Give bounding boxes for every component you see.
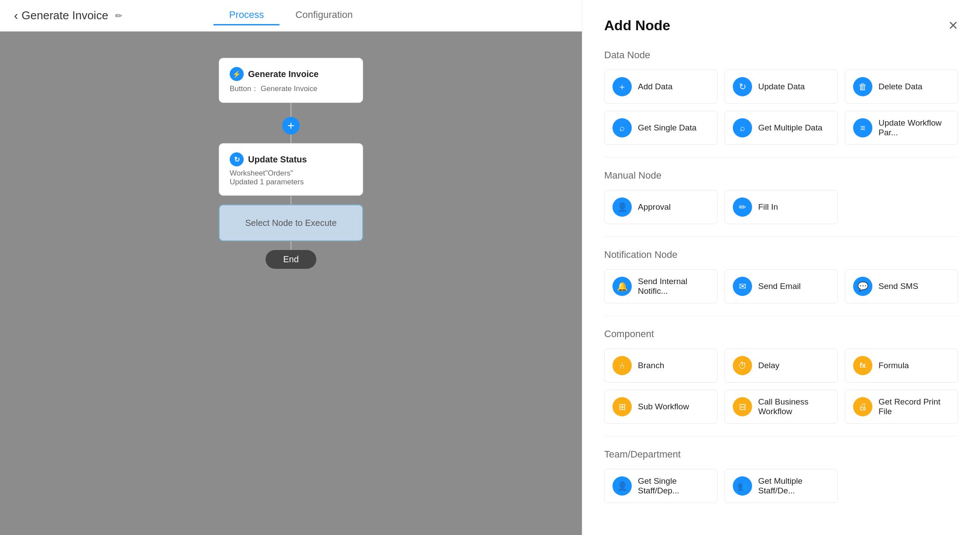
data-node-grid: ＋ Add Data ↻ Update Data 🗑 Delete Data ⌕… [604, 70, 958, 145]
fill-in-label: Fill In [758, 202, 778, 212]
get-single-staff-dep-button[interactable]: 👤 Get Single Staff/Dep... [604, 469, 718, 503]
call-business-workflow-button[interactable]: ⊟ Call Business Workflow [724, 390, 838, 424]
team-department-grid: 👤 Get Single Staff/Dep... 👥 Get Multiple… [604, 469, 958, 503]
delete-data-button[interactable]: 🗑 Delete Data [845, 70, 958, 104]
get-single-data-icon: ⌕ [612, 118, 632, 137]
delay-icon: ⏱ [733, 356, 752, 375]
sub-workflow-button[interactable]: ⊞ Sub Workflow [604, 390, 718, 424]
get-record-print-file-button[interactable]: 🖨 Get Record Print File [845, 390, 958, 424]
get-single-staff-dep-icon: 👤 [612, 476, 632, 496]
add-data-label: Add Data [638, 82, 672, 92]
connector-dot-1 [290, 134, 291, 143]
add-node-panel: Add Node ✕ Data Node ＋ Add Data ↻ Update… [582, 0, 980, 535]
end-button[interactable]: End [266, 250, 316, 269]
send-sms-label: Send SMS [878, 282, 918, 291]
approval-label: Approval [638, 202, 671, 212]
fill-in-button[interactable]: ✏ Fill In [724, 190, 838, 224]
divider-1 [604, 157, 958, 158]
team-department-title: Team/Department [604, 449, 958, 460]
fill-in-icon: ✏ [733, 197, 752, 217]
divider-4 [604, 436, 958, 436]
update-workflow-par-button[interactable]: ≡ Update Workflow Par... [845, 111, 958, 145]
update-workflow-par-label: Update Workflow Par... [878, 118, 950, 137]
back-button[interactable]: ‹ Generate Invoice ✏ [14, 9, 122, 23]
update-status-node[interactable]: ↻ Update Status Worksheet"Orders"Updated… [219, 143, 363, 196]
get-multiple-data-label: Get Multiple Data [758, 123, 822, 133]
update-data-icon: ↻ [733, 77, 752, 96]
formula-icon: fx [853, 356, 872, 375]
sub-workflow-label: Sub Workflow [638, 402, 689, 412]
send-email-button[interactable]: ✉ Send Email [724, 269, 838, 303]
send-email-label: Send Email [758, 282, 801, 291]
edit-icon[interactable]: ✏ [115, 11, 122, 21]
section-data-node: Data Node ＋ Add Data ↻ Update Data 🗑 Del… [604, 49, 958, 145]
send-email-icon: ✉ [733, 277, 752, 296]
manual-node-grid: 👤 Approval ✏ Fill In [604, 190, 958, 224]
formula-button[interactable]: fx Formula [845, 348, 958, 383]
component-title: Component [604, 328, 958, 340]
add-data-button[interactable]: ＋ Add Data [604, 70, 718, 104]
nav-tabs: Process Configuration [214, 6, 368, 25]
close-button[interactable]: ✕ [948, 18, 958, 33]
tab-process[interactable]: Process [214, 6, 280, 25]
page-title: Generate Invoice [21, 9, 108, 22]
connector-line-1 [290, 103, 291, 117]
section-notification-node: Notification Node 🔔 Send Internal Notifi… [604, 249, 958, 303]
call-business-workflow-label: Call Business Workflow [758, 397, 830, 416]
update-workflow-par-icon: ≡ [853, 118, 872, 137]
get-single-data-button[interactable]: ⌕ Get Single Data [604, 111, 718, 145]
delay-label: Delay [758, 361, 780, 370]
panel-header: Add Node ✕ [604, 18, 958, 34]
get-multiple-staff-de-icon: 👥 [733, 476, 752, 496]
data-node-title: Data Node [604, 49, 958, 61]
generate-invoice-icon: ⚡ [230, 67, 244, 81]
divider-2 [604, 236, 958, 237]
send-internal-notific-icon: 🔔 [612, 277, 632, 296]
send-sms-icon: 💬 [853, 277, 872, 296]
notification-node-title: Notification Node [604, 249, 958, 260]
add-node-button-1[interactable]: + [282, 117, 300, 134]
workflow-area: ⚡ Generate Invoice Button： Generate Invo… [0, 32, 582, 535]
update-status-icon: ↻ [230, 152, 244, 166]
get-record-print-file-icon: 🖨 [853, 397, 872, 416]
update-status-title: Update Status [248, 155, 307, 165]
tab-configuration[interactable]: Configuration [280, 6, 368, 25]
delete-data-icon: 🗑 [853, 77, 872, 96]
connector-dot-2 [290, 196, 291, 204]
get-multiple-data-icon: ⌕ [733, 118, 752, 137]
get-multiple-staff-de-button[interactable]: 👥 Get Multiple Staff/De... [724, 469, 838, 503]
section-manual-node: Manual Node 👤 Approval ✏ Fill In [604, 170, 958, 224]
update-status-desc: Worksheet"Orders"Updated 1 parameters [230, 169, 352, 187]
generate-invoice-title: Generate Invoice [248, 69, 318, 79]
component-grid: ⑃ Branch ⏱ Delay fx Formula ⊞ Sub Workfl… [604, 348, 958, 424]
send-internal-notific-button[interactable]: 🔔 Send Internal Notific... [604, 269, 718, 303]
get-multiple-data-button[interactable]: ⌕ Get Multiple Data [724, 111, 838, 145]
call-business-workflow-icon: ⊟ [733, 397, 752, 416]
panel-title: Add Node [604, 18, 670, 34]
approval-button[interactable]: 👤 Approval [604, 190, 718, 224]
branch-button[interactable]: ⑃ Branch [604, 348, 718, 383]
branch-label: Branch [638, 361, 664, 370]
top-nav: ‹ Generate Invoice ✏ Process Configurati… [0, 0, 582, 32]
delay-button[interactable]: ⏱ Delay [724, 348, 838, 383]
sub-workflow-icon: ⊞ [612, 397, 632, 416]
get-single-data-label: Get Single Data [638, 123, 696, 133]
send-internal-notific-label: Send Internal Notific... [638, 277, 709, 296]
formula-label: Formula [878, 361, 909, 370]
select-node-label: Select Node to Execute [245, 218, 336, 228]
generate-invoice-node[interactable]: ⚡ Generate Invoice Button： Generate Invo… [219, 58, 363, 103]
delete-data-label: Delete Data [878, 82, 922, 92]
canvas-area: ‹ Generate Invoice ✏ Process Configurati… [0, 0, 582, 535]
back-arrow-icon: ‹ [14, 9, 18, 23]
manual-node-title: Manual Node [604, 170, 958, 181]
approval-icon: 👤 [612, 197, 632, 217]
connector-dot-3 [290, 241, 291, 250]
update-data-button[interactable]: ↻ Update Data [724, 70, 838, 104]
section-team-department: Team/Department 👤 Get Single Staff/Dep..… [604, 449, 958, 503]
get-record-print-file-label: Get Record Print File [878, 397, 950, 416]
send-sms-button[interactable]: 💬 Send SMS [845, 269, 958, 303]
get-single-staff-dep-label: Get Single Staff/Dep... [638, 476, 709, 496]
divider-3 [604, 316, 958, 316]
generate-invoice-desc: Button： Generate Invoice [230, 84, 352, 94]
select-node-box[interactable]: Select Node to Execute [219, 204, 363, 241]
